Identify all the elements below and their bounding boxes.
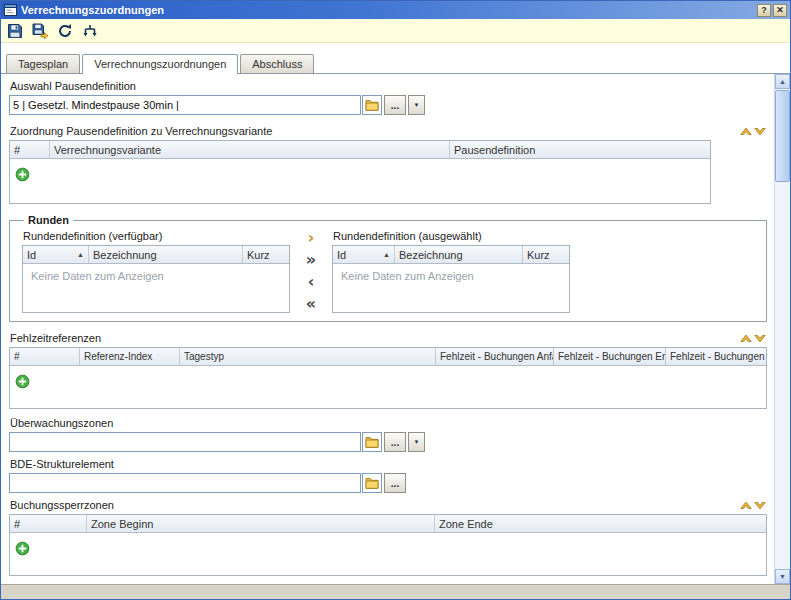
column-header-bezeichnung[interactable]: Bezeichnung [89,246,243,263]
sperrzonen-move-up-button[interactable] [739,499,753,511]
fehlzeit-move-down-button[interactable] [753,332,767,344]
chevron-up-icon [740,127,752,136]
bde-lookup-button[interactable] [362,473,382,493]
zuordnung-label: Zuordnung Pausendefinition zu Verrechnun… [10,125,739,137]
tab-abschluss[interactable]: Abschluss [240,54,314,73]
undo-button[interactable] [54,21,76,41]
runden-group-title: Runden [24,214,73,226]
tab-verrechnungszuordnungen[interactable]: Verrechnungszuordnungen [82,54,238,74]
pausendefinition-browse-button[interactable]: ... [384,95,406,115]
plus-icon [15,541,30,556]
pausendefinition-input[interactable] [9,95,361,115]
empty-message: Keine Daten zum Anzeigen [23,264,289,288]
undo-icon [57,23,73,39]
scroll-up-icon: ▲ [779,78,786,85]
ueberwachungszonen-lookup-button[interactable] [362,432,382,452]
sperrzonen-move-down-button[interactable] [753,499,767,511]
bde-browse-button[interactable]: ... [384,473,406,493]
window-icon[interactable] [4,4,17,16]
column-header-zone-ende[interactable]: Zone Ende [435,515,766,532]
transfer-buttons: › » ‹ « [302,230,320,312]
column-header-number[interactable]: # [10,348,80,365]
zuordnung-move-up-button[interactable] [739,125,753,137]
column-header-number[interactable]: # [10,141,50,158]
zuordnung-table: # Verrechnungsvariante Pausendefinition [9,140,711,204]
sperrzonen-section-header: Buchungssperrzonen [9,499,767,511]
dialog-window: Verrechnungszuordnungen ? ✕ [0,0,791,600]
ueberwachungszonen-dropdown-button[interactable]: ▼ [408,432,425,452]
column-header-buchungen-maximal[interactable]: Fehlzeit - Buchungen Maximal [666,348,766,365]
column-header-kurz[interactable]: Kurz [243,246,289,263]
folder-lookup-icon [365,477,379,489]
column-header-pausendefinition[interactable]: Pausendefinition [450,141,710,158]
pausendefinition-dropdown-button[interactable]: ▼ [408,95,425,115]
scroll-up-button[interactable]: ▲ [775,74,790,89]
window-bottom-bar [1,584,790,599]
runden-selected-panel: Rundendefinition (ausgewählt) Id ▲ Bezei… [332,230,570,313]
fehlzeit-move-up-button[interactable] [739,332,753,344]
zuordnung-move-down-button[interactable] [753,125,767,137]
fehlzeit-section-header: Fehlzeitreferenzen [9,332,767,344]
distribute-icon [82,23,98,39]
distribute-button[interactable] [79,21,101,41]
content: Auswahl Pausendefinition ... ▼ Zuordnung… [1,74,773,584]
runden-available-table-body: Keine Daten zum Anzeigen [23,264,289,312]
zuordnung-add-row-button[interactable] [15,167,30,182]
sort-ascending-icon: ▲ [380,251,390,258]
tab-tagesplan[interactable]: Tagesplan [6,54,80,73]
sort-ascending-icon: ▲ [74,251,84,258]
sperrzonen-add-row-button[interactable] [15,541,30,556]
save-button[interactable] [4,21,26,41]
column-header-buchungen-anfang[interactable]: Fehlzeit - Buchungen Anfang [436,348,554,365]
tab-gap [1,43,790,53]
plus-icon [15,374,30,389]
fehlzeit-add-row-button[interactable] [15,374,30,389]
bde-strukturelement-label: BDE-Strukturelement [10,458,767,470]
column-header-id[interactable]: Id ▲ [23,246,89,263]
column-header-id-label: Id [337,249,346,261]
scrollbar-thumb[interactable] [775,90,790,182]
close-button[interactable]: ✕ [773,4,787,17]
column-header-verrechnungsvariante[interactable]: Verrechnungsvariante [50,141,450,158]
move-all-left-button[interactable]: « [302,296,320,312]
empty-message: Keine Daten zum Anzeigen [333,264,569,288]
scrollbar-track[interactable] [775,89,790,569]
column-header-referenz-index[interactable]: Referenz-Index [80,348,180,365]
chevron-down-icon [754,127,766,136]
help-button[interactable]: ? [757,4,771,17]
ueberwachungszonen-browse-button[interactable]: ... [384,432,406,452]
zuordnung-section-header: Zuordnung Pausendefinition zu Verrechnun… [9,125,767,137]
scroll-down-button[interactable]: ▼ [775,569,790,584]
vertical-scrollbar[interactable]: ▲ ▼ [774,74,790,584]
column-header-kurz[interactable]: Kurz [523,246,569,263]
chevron-up-icon [740,501,752,510]
runden-available-table: Id ▲ Bezeichnung Kurz Keine Daten zum An… [22,245,290,313]
ueberwachungszonen-input[interactable] [9,432,361,452]
runden-available-panel: Rundendefinition (verfügbar) Id ▲ Bezeic… [22,230,290,313]
column-header-id[interactable]: Id ▲ [333,246,395,263]
bde-strukturelement-combo: ... [9,473,767,493]
main-panel: Auswahl Pausendefinition ... ▼ Zuordnung… [1,74,790,584]
runden-selected-table: Id ▲ Bezeichnung Kurz Keine Daten zum An… [332,245,570,313]
dropdown-icon: ▼ [414,102,420,108]
zuordnung-table-header: # Verrechnungsvariante Pausendefinition [10,141,710,159]
titlebar: Verrechnungszuordnungen ? ✕ [1,1,790,19]
move-right-button[interactable]: › [302,230,320,246]
move-all-right-button[interactable]: » [302,252,320,268]
runden-selected-table-body: Keine Daten zum Anzeigen [333,264,569,312]
runden-selected-label: Rundendefinition (ausgewählt) [333,230,570,242]
column-header-tagestyp[interactable]: Tagestyp [180,348,436,365]
folder-lookup-icon [365,436,379,448]
sperrzonen-table: # Zone Beginn Zone Ende [9,514,767,576]
fehlzeit-label: Fehlzeitreferenzen [10,332,739,344]
save-and-close-button[interactable] [29,21,51,41]
column-header-number[interactable]: # [10,515,87,532]
ueberwachungszonen-combo: ... ▼ [9,432,767,452]
pausendefinition-lookup-button[interactable] [362,95,382,115]
move-left-button[interactable]: ‹ [302,274,320,290]
column-header-bezeichnung[interactable]: Bezeichnung [395,246,523,263]
bde-strukturelement-input[interactable] [9,473,361,493]
column-header-zone-beginn[interactable]: Zone Beginn [87,515,435,532]
column-header-buchungen-ende[interactable]: Fehlzeit - Buchungen Ende [554,348,666,365]
pausendefinition-combo: ... ▼ [9,95,767,115]
